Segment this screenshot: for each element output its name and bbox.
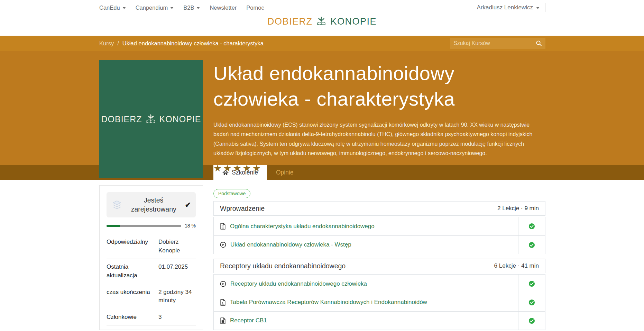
lesson-link[interactable]: Ogólna charakterystyka układu endokannab… — [230, 223, 375, 230]
detail-label: czas ukończenia — [107, 288, 158, 305]
progress-percent-label: 18 % — [185, 223, 196, 229]
star-rating: ★★★★★ — [213, 163, 545, 174]
progress-bar — [107, 225, 181, 227]
lessons-list: Receptory układu endokannabinoidowego cz… — [213, 274, 545, 330]
level-badge: Podstawowe — [213, 189, 250, 198]
breadcrumb-current: Układ endokannabinoidowy człowieka - cha… — [122, 40, 264, 47]
play-circle-icon — [220, 281, 226, 287]
completed-check-icon — [528, 242, 535, 248]
curriculum: Podstawowe Wprowadzenie 2 Lekcje · 9 min — [213, 189, 545, 331]
lesson-status-cell — [518, 312, 545, 330]
detail-row-responsible: Odpowiedzialny Dobierz Konopie — [107, 234, 196, 259]
enrollment-status-box: Jesteś zarejestrowany ✔ — [107, 192, 196, 217]
progress-fill — [107, 225, 120, 227]
breadcrumb: Kursy / Układ endokannabinoidowy człowie… — [99, 40, 264, 47]
course-progress: 18 % — [107, 223, 196, 229]
search-input[interactable] — [453, 40, 536, 46]
section-title: Receptory układu endokannabinoidowego — [220, 262, 346, 270]
breadcrumb-link-kursy[interactable]: Kursy — [99, 40, 114, 47]
lesson-row[interactable]: Receptory układu endokannabinoidowego cz… — [214, 275, 545, 293]
site-logo[interactable]: DOBIERZ KONOPIE — [0, 16, 644, 27]
lesson-link[interactable]: Receptor CB1 — [230, 317, 267, 324]
completed-check-icon — [528, 223, 535, 230]
layers-icon — [111, 199, 122, 211]
nav-item-label: B2B — [183, 5, 194, 11]
course-description: Układ endokannabinoidowy (ECS) stanowi z… — [213, 120, 545, 158]
detail-label: Ostatnia aktualizacja — [107, 263, 158, 280]
nav-item-label: Pomoc — [246, 5, 264, 11]
lesson-status-cell — [518, 236, 545, 254]
detail-value: 2 godziny 34 minuty — [158, 288, 196, 305]
user-name: Arkadiusz Lenkiewicz — [477, 4, 533, 11]
completed-check-icon — [528, 317, 535, 324]
search-icon[interactable] — [536, 40, 542, 46]
section-meta: 6 Lekcje · 41 min — [494, 262, 539, 269]
lesson-status-cell — [518, 217, 545, 235]
lesson-link[interactable]: Receptory układu endokannabinoidowego cz… — [230, 280, 367, 287]
enrollment-card: Jesteś zarejestrowany ✔ 18 % Odpowiedzia… — [99, 185, 203, 330]
lesson-link[interactable]: Tabela Porównawcza Receptorów Kannabinoi… — [230, 299, 427, 306]
play-circle-icon — [220, 242, 226, 248]
nav-item-canpendium[interactable]: Canpendium — [136, 5, 174, 11]
caret-down-icon — [170, 7, 174, 9]
leaf-book-logo-icon — [316, 16, 327, 27]
section-header-wprowadzenie: Wprowadzenie 2 Lekcje · 9 min — [213, 201, 545, 216]
section-title: Wprowadzenie — [220, 205, 265, 213]
user-menu[interactable]: Arkadiusz Lenkiewicz — [477, 3, 545, 12]
completed-check-icon — [528, 299, 535, 306]
file-image-icon — [220, 299, 226, 306]
section-header-receptory: Receptory układu endokannabinoidowego 6 … — [213, 259, 545, 273]
lessons-list: Ogólna charakterystyka układu endokannab… — [213, 217, 545, 254]
enrollment-status-text: Jesteś zarejestrowany — [125, 196, 182, 214]
course-search — [450, 38, 545, 49]
lesson-row[interactable]: Receptor CB1 — [214, 311, 545, 330]
cover-text-konopie: KONOPIE — [159, 114, 201, 124]
lesson-row[interactable]: Ogólna charakterystyka układu endokannab… — [214, 217, 545, 235]
nav-links: CanEdu Canpendium B2B Newsletter Pomoc — [99, 5, 264, 11]
nav-item-canedu[interactable]: CanEdu — [99, 5, 126, 11]
caret-down-icon — [196, 7, 200, 9]
caret-down-icon — [122, 7, 126, 9]
nav-item-newsletter[interactable]: Newsletter — [210, 5, 237, 11]
breadcrumb-bar: Kursy / Układ endokannabinoidowy człowie… — [0, 36, 644, 51]
course-hero: DOBIERZ KONOPIE Układ endokannabinoidowy… — [0, 51, 644, 165]
leaf-book-icon — [145, 113, 157, 125]
course-cover-image: DOBIERZ KONOPIE — [99, 60, 203, 178]
share-button[interactable]: Udostępnij — [107, 325, 196, 331]
lesson-status-cell — [518, 275, 545, 293]
lesson-row[interactable]: Tabela Porównawcza Receptorów Kannabinoi… — [214, 293, 545, 311]
section-meta: 2 Lekcje · 9 min — [497, 205, 539, 212]
logo-text-dobierz: DOBIERZ — [267, 16, 313, 27]
logo-text-konopie: KONOPIE — [330, 16, 377, 27]
breadcrumb-separator: / — [117, 40, 119, 47]
course-details-table: Odpowiedzialny Dobierz Konopie Ostatnia … — [107, 234, 196, 325]
detail-value: 01.07.2025 — [158, 263, 196, 280]
detail-value: Dobierz Konopie — [158, 238, 196, 255]
detail-label: Członkowie — [107, 313, 158, 322]
cover-text-dobierz: DOBIERZ — [101, 114, 142, 124]
detail-row-updated: Ostatnia aktualizacja 01.07.2025 — [107, 259, 196, 284]
completed-check-icon — [528, 280, 535, 287]
lesson-status-cell — [518, 293, 545, 311]
nav-item-label: Canpendium — [136, 5, 168, 11]
nav-item-pomoc[interactable]: Pomoc — [246, 5, 264, 11]
nav-item-b2b[interactable]: B2B — [183, 5, 200, 11]
site-header: CanEdu Canpendium B2B Newsletter Pomoc A… — [0, 0, 644, 36]
course-title: Układ endokannabinoidowy człowieka - cha… — [213, 61, 545, 112]
lesson-row[interactable]: Układ endokannabinoidowy człowieka - Wst… — [214, 235, 545, 254]
nav-item-label: CanEdu — [99, 5, 120, 11]
top-nav: CanEdu Canpendium B2B Newsletter Pomoc A… — [0, 3, 644, 12]
detail-row-duration: czas ukończenia 2 godziny 34 minuty — [107, 284, 196, 309]
detail-label: Odpowiedzialny — [107, 238, 158, 255]
enrolled-check-icon: ✔ — [185, 201, 191, 209]
document-icon — [220, 317, 226, 324]
lesson-link[interactable]: Układ endokannabinoidowy człowieka - Wst… — [230, 241, 351, 248]
nav-item-label: Newsletter — [210, 5, 237, 11]
detail-value: 3 — [158, 313, 196, 322]
document-icon — [220, 223, 226, 230]
caret-down-icon — [536, 7, 540, 9]
detail-row-members: Członkowie 3 — [107, 309, 196, 326]
